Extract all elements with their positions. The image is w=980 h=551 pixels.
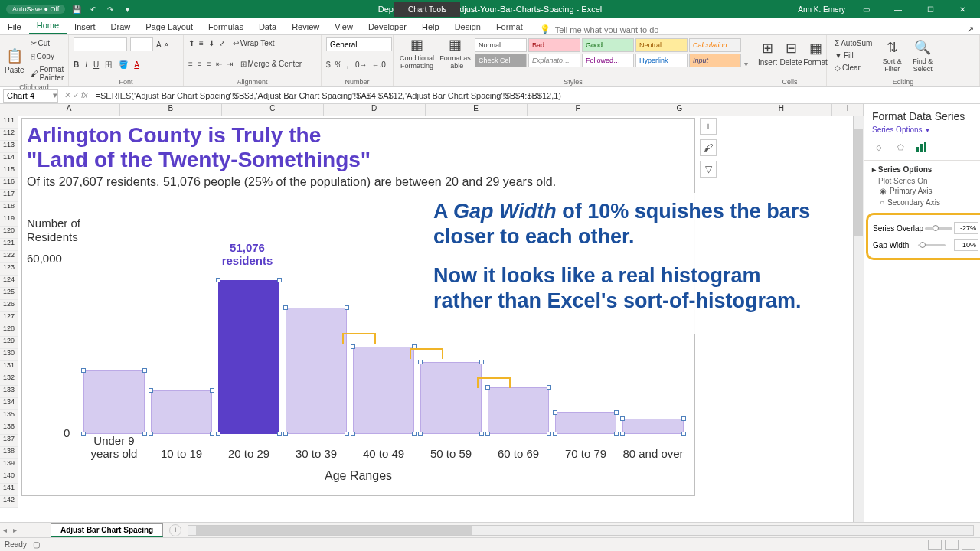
tab-home[interactable]: Home bbox=[29, 18, 67, 34]
sheet-nav-first[interactable]: ◂ bbox=[0, 526, 10, 534]
chart-bar[interactable] bbox=[555, 412, 616, 434]
style-hyperlink[interactable]: Hyperlink bbox=[635, 54, 688, 67]
row-header[interactable]: 128 bbox=[0, 324, 18, 337]
row-header[interactable]: 136 bbox=[0, 422, 18, 435]
row-header[interactable]: 123 bbox=[0, 263, 18, 276]
chart-bar[interactable] bbox=[622, 419, 684, 434]
row-header[interactable]: 138 bbox=[0, 447, 18, 459]
autosum-button[interactable]: Σ AutoSum bbox=[831, 37, 875, 49]
row-header[interactable]: 118 bbox=[0, 202, 18, 214]
col-header[interactable]: I bbox=[832, 104, 864, 116]
cut-button[interactable]: ✂ Cut bbox=[28, 37, 67, 49]
series-options-icon[interactable] bbox=[915, 140, 929, 154]
tab-file[interactable]: File bbox=[0, 19, 29, 34]
tab-formulas[interactable]: Formulas bbox=[201, 19, 251, 34]
copy-button[interactable]: ⎘ Copy bbox=[28, 51, 67, 62]
row-header[interactable]: 113 bbox=[0, 141, 18, 153]
row-header[interactable]: 131 bbox=[0, 361, 18, 373]
style-bad[interactable]: Bad bbox=[528, 38, 580, 52]
wrap-text-button[interactable]: ↩ Wrap Text bbox=[230, 37, 278, 49]
row-header[interactable]: 129 bbox=[0, 337, 18, 349]
comma-icon[interactable]: , bbox=[346, 60, 348, 69]
tab-insert[interactable]: Insert bbox=[67, 19, 103, 34]
row-header[interactable]: 137 bbox=[0, 435, 18, 447]
tab-review[interactable]: Review bbox=[284, 19, 327, 34]
undo-icon[interactable]: ↶ bbox=[88, 4, 99, 15]
border-button[interactable]: 田 bbox=[105, 60, 113, 70]
sheet-nav-prev[interactable]: ▸ bbox=[10, 526, 20, 534]
sheet-tab-active[interactable]: Adjust Bar Chart Spacing bbox=[51, 523, 163, 537]
pane-subtitle[interactable]: Series Options ▾ bbox=[864, 126, 980, 139]
gap-width-input[interactable] bbox=[954, 239, 978, 251]
enter-formula-icon[interactable]: ✓ bbox=[73, 90, 80, 100]
format-painter-button[interactable]: 🖌 Format Painter bbox=[28, 64, 67, 83]
col-header[interactable]: F bbox=[528, 104, 629, 116]
row-header[interactable]: 133 bbox=[0, 386, 18, 398]
formula-bar-input[interactable]: =SERIES('Adjust Bar Chart Spacing'!$B$3,… bbox=[91, 91, 980, 100]
tab-page-layout[interactable]: Page Layout bbox=[138, 19, 201, 34]
chart-bar[interactable] bbox=[151, 390, 212, 434]
series-overlap-input[interactable] bbox=[954, 222, 978, 234]
tab-help[interactable]: Help bbox=[414, 19, 447, 34]
underline-button[interactable]: U bbox=[93, 60, 99, 69]
align-center-icon[interactable]: ≡ bbox=[198, 60, 202, 68]
align-right-icon[interactable]: ≡ bbox=[207, 60, 211, 68]
tab-draw[interactable]: Draw bbox=[103, 19, 139, 34]
sort-filter-button[interactable]: ⇅Sort & Filter bbox=[878, 41, 906, 71]
row-header[interactable]: 122 bbox=[0, 251, 18, 263]
format-table-button[interactable]: ▦Format as Table bbox=[439, 37, 472, 68]
maximize-button[interactable]: ☐ bbox=[919, 5, 942, 14]
percent-icon[interactable]: % bbox=[335, 60, 342, 69]
cancel-formula-icon[interactable]: ✕ bbox=[64, 90, 71, 100]
clear-button[interactable]: ◇ Clear bbox=[831, 62, 875, 73]
row-header[interactable]: 126 bbox=[0, 300, 18, 312]
qat-more-icon[interactable]: ▾ bbox=[122, 4, 132, 15]
insert-cells-button[interactable]: ⊞Insert bbox=[758, 37, 777, 68]
row-header[interactable]: 132 bbox=[0, 373, 18, 386]
row-header[interactable]: 140 bbox=[0, 471, 18, 484]
chart-elements-button[interactable]: + bbox=[700, 118, 717, 135]
row-header[interactable]: 135 bbox=[0, 410, 18, 422]
italic-button[interactable]: I bbox=[85, 60, 87, 69]
find-select-button[interactable]: 🔍Find & Select bbox=[909, 41, 936, 71]
share-button[interactable]: ↗ bbox=[967, 24, 974, 34]
col-header[interactable]: C bbox=[222, 104, 324, 116]
col-header[interactable]: D bbox=[324, 104, 426, 116]
secondary-axis-radio[interactable]: ○ Secondary Axis bbox=[872, 197, 972, 208]
increase-font-icon[interactable]: A bbox=[156, 41, 162, 49]
tell-me-input[interactable] bbox=[555, 25, 693, 34]
row-header[interactable]: 116 bbox=[0, 178, 18, 190]
merge-center-button[interactable]: ⊞ Merge & Center bbox=[237, 58, 305, 70]
style-good[interactable]: Good bbox=[582, 38, 634, 52]
fill-line-icon[interactable]: ◇ bbox=[872, 140, 886, 154]
chart-bar[interactable] bbox=[353, 347, 414, 434]
font-family-select[interactable] bbox=[74, 37, 127, 51]
font-color-button[interactable]: A bbox=[134, 60, 139, 69]
row-header[interactable]: 119 bbox=[0, 214, 18, 227]
align-mid-icon[interactable]: ≡ bbox=[199, 39, 204, 47]
primary-axis-radio[interactable]: ◉ Primary Axis bbox=[872, 185, 972, 197]
row-header[interactable]: 125 bbox=[0, 288, 18, 300]
chart-styles-button[interactable]: 🖌 bbox=[700, 139, 717, 156]
col-header[interactable]: G bbox=[629, 104, 731, 116]
macro-record-icon[interactable]: ▢ bbox=[33, 540, 40, 549]
page-layout-view-button[interactable] bbox=[945, 540, 959, 550]
fx-icon[interactable]: fx bbox=[81, 90, 88, 100]
bold-button[interactable]: B bbox=[74, 60, 79, 69]
tab-data[interactable]: Data bbox=[251, 19, 284, 34]
col-header[interactable]: B bbox=[120, 104, 222, 116]
cond-format-button[interactable]: ▦Conditional Formatting bbox=[398, 37, 436, 68]
gap-width-slider[interactable] bbox=[918, 244, 946, 246]
fill-button[interactable]: ▼ Fill bbox=[831, 50, 875, 61]
normal-view-button[interactable] bbox=[928, 540, 942, 550]
orientation-icon[interactable]: ⤢ bbox=[219, 39, 225, 47]
align-bot-icon[interactable]: ⬇ bbox=[208, 39, 214, 47]
row-header[interactable]: 114 bbox=[0, 153, 18, 165]
style-input[interactable]: Input bbox=[689, 54, 741, 67]
tab-design[interactable]: Design bbox=[447, 19, 488, 34]
style-calculation[interactable]: Calculation bbox=[689, 38, 741, 52]
name-box[interactable]: Chart 4▾ bbox=[3, 89, 58, 103]
tab-view[interactable]: View bbox=[327, 19, 361, 34]
minimize-button[interactable]: — bbox=[887, 5, 910, 14]
style-check-cell[interactable]: Check Cell bbox=[475, 54, 527, 67]
